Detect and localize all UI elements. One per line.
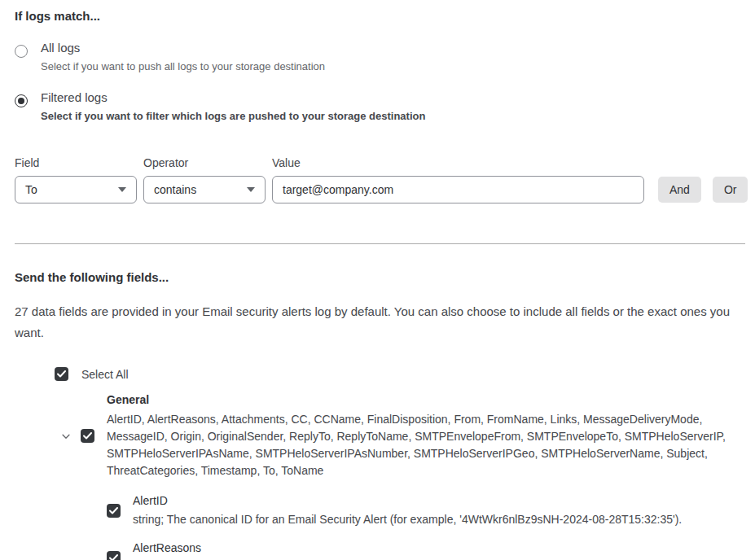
filtered-logs-label: Filtered logs (41, 90, 425, 105)
alertid-field-name: AlertID (133, 494, 682, 508)
operator-label: Operator (143, 156, 266, 169)
send-fields-description: 27 data fields are provided in your Emai… (15, 301, 745, 343)
all-logs-description: Select if you want to push all logs to y… (41, 60, 325, 72)
alertreasons-checkbox-checked[interactable] (107, 551, 121, 560)
alertreasons-field-name: AlertReasons (133, 541, 624, 555)
operator-select[interactable]: contains (143, 176, 266, 203)
radio-option-filtered-logs[interactable]: Filtered logs Select if you want to filt… (15, 90, 745, 122)
field-select-value: To (25, 183, 118, 196)
field-select[interactable]: To (15, 176, 137, 203)
filtered-logs-description: Select if you want to filter which logs … (41, 110, 425, 122)
field-row-alertreasons: AlertReasons array[string]; Human-readab… (107, 541, 745, 560)
checkmark-icon (57, 370, 66, 378)
radio-unselected-icon[interactable] (15, 45, 28, 58)
alertid-field-description: string; The canonical ID for an Email Se… (133, 513, 682, 527)
checkmark-icon (109, 507, 118, 514)
field-row-alertid: AlertID string; The canonical ID for an … (107, 494, 745, 527)
checkmark-icon (83, 432, 92, 440)
value-input[interactable] (272, 176, 644, 203)
alertid-checkbox-checked[interactable] (107, 504, 121, 518)
and-button[interactable]: And (658, 177, 701, 203)
general-group-title: General (107, 393, 745, 407)
radio-selected-icon[interactable] (15, 94, 28, 107)
logs-match-heading: If logs match... (15, 10, 745, 23)
select-all-label: Select All (81, 368, 129, 381)
general-group-field-list: AlertID, AlertReasons, Attachments, CC, … (107, 411, 745, 479)
collapse-chevron-icon[interactable] (59, 430, 72, 443)
radio-option-all-logs[interactable]: All logs Select if you want to push all … (15, 41, 745, 72)
all-logs-label: All logs (41, 41, 325, 55)
filter-builder-row: Field To Operator contains Value And Or (15, 156, 745, 203)
value-label: Value (272, 156, 644, 169)
select-all-checkbox-checked[interactable] (55, 367, 68, 381)
logs-match-radio-group: All logs Select if you want to push all … (15, 41, 745, 122)
logpush-settings-page: If logs match... All logs Select if you … (0, 0, 755, 560)
checkmark-icon (109, 554, 118, 560)
chevron-down-icon (247, 187, 255, 192)
field-label: Field (15, 156, 137, 169)
field-group-general: General AlertID, AlertReasons, Attachmen… (59, 393, 745, 479)
select-all-row[interactable]: Select All (55, 367, 745, 381)
general-group-checkbox-checked[interactable] (81, 429, 94, 443)
send-fields-heading: Send the following fields... (15, 271, 745, 284)
section-divider (15, 243, 745, 244)
or-button[interactable]: Or (713, 177, 748, 203)
operator-select-value: contains (154, 183, 247, 196)
chevron-down-icon (118, 187, 126, 192)
